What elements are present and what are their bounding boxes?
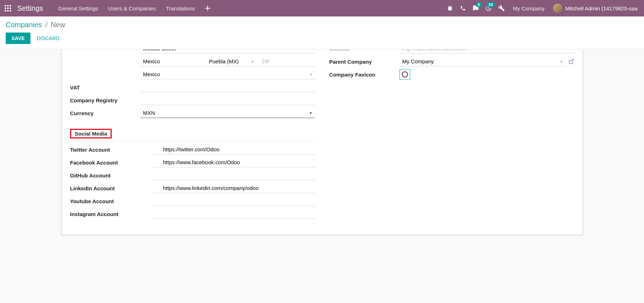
menu-new[interactable] bbox=[200, 0, 215, 16]
social-media-header-text: Social Media bbox=[70, 129, 112, 138]
svg-rect-6 bbox=[5, 10, 6, 11]
breadcrumb-current: New bbox=[51, 21, 65, 29]
city-input[interactable] bbox=[140, 57, 204, 67]
topbar: Settings General Settings Users & Compan… bbox=[0, 0, 644, 16]
activities-icon[interactable]: 29 bbox=[482, 0, 495, 16]
messages-icon[interactable]: 5 bbox=[469, 0, 482, 16]
registry-label: Company Registry bbox=[70, 97, 140, 103]
menu-users-companies[interactable]: Users & Companies bbox=[103, 0, 161, 16]
form-sheet: ▼ ▼ VAT bbox=[61, 49, 583, 235]
debug-icon[interactable] bbox=[444, 0, 456, 16]
avatar bbox=[553, 4, 562, 13]
svg-rect-8 bbox=[10, 10, 11, 11]
activities-badge: 29 bbox=[486, 2, 495, 7]
currency-input[interactable] bbox=[140, 108, 315, 118]
parent-company-label: Parent Company bbox=[329, 59, 400, 65]
breadcrumb: Companies / New bbox=[6, 21, 638, 29]
website-label: Website bbox=[329, 49, 400, 52]
favicon-upload[interactable] bbox=[400, 69, 410, 80]
vat-label: VAT bbox=[70, 84, 140, 91]
facebook-label: Facebook Account bbox=[70, 160, 151, 166]
control-panel: Companies / New SAVE DISCARD bbox=[0, 16, 644, 49]
right-column: Website Parent Company ▼ bbox=[329, 49, 574, 220]
street-input[interactable] bbox=[140, 49, 315, 54]
website-input[interactable] bbox=[400, 49, 574, 54]
svg-rect-7 bbox=[7, 10, 9, 11]
linkedin-label: LinkedIn Account bbox=[70, 185, 151, 191]
external-link-icon[interactable] bbox=[568, 59, 574, 64]
svg-line-9 bbox=[571, 59, 573, 62]
breadcrumb-parent[interactable]: Companies bbox=[6, 21, 42, 29]
svg-rect-4 bbox=[7, 8, 9, 9]
parent-company-input[interactable] bbox=[400, 57, 566, 67]
svg-rect-3 bbox=[5, 8, 6, 9]
instagram-label: Instagram Account bbox=[70, 211, 151, 217]
tools-icon[interactable] bbox=[495, 0, 508, 16]
vat-input[interactable] bbox=[140, 82, 315, 92]
left-column: ▼ ▼ VAT bbox=[70, 49, 315, 220]
breadcrumb-sep: / bbox=[45, 21, 48, 29]
discard-button[interactable]: DISCARD bbox=[33, 33, 64, 44]
apps-icon[interactable] bbox=[3, 3, 13, 13]
youtube-input[interactable] bbox=[151, 196, 315, 206]
app-brand[interactable]: Settings bbox=[17, 4, 43, 13]
youtube-label: Youtube Account bbox=[70, 198, 151, 204]
favicon-label: Company Favicon bbox=[329, 72, 400, 78]
svg-rect-2 bbox=[10, 5, 11, 6]
registry-input[interactable] bbox=[140, 95, 315, 105]
user-name: Mitchell Admin (14179825-saa bbox=[565, 5, 638, 11]
currency-label: Currency bbox=[70, 110, 140, 116]
menu-general-settings[interactable]: General Settings bbox=[53, 0, 103, 16]
github-input[interactable] bbox=[151, 170, 315, 180]
plus-icon bbox=[205, 6, 210, 11]
company-switcher[interactable]: My Company bbox=[508, 0, 549, 16]
menu-translations[interactable]: Translations bbox=[161, 0, 200, 16]
phone-icon[interactable] bbox=[456, 0, 469, 16]
twitter-input[interactable] bbox=[151, 145, 315, 155]
favicon-preview bbox=[402, 71, 408, 78]
messages-badge: 5 bbox=[476, 2, 482, 7]
svg-rect-0 bbox=[5, 5, 6, 6]
country-input[interactable] bbox=[140, 69, 315, 79]
github-label: GitHub Account bbox=[70, 172, 151, 179]
social-media-header: Social Media bbox=[70, 127, 315, 141]
instagram-input[interactable] bbox=[151, 209, 315, 219]
facebook-input[interactable] bbox=[151, 157, 315, 167]
state-input[interactable] bbox=[206, 57, 257, 67]
svg-rect-5 bbox=[10, 8, 11, 9]
user-menu[interactable]: Mitchell Admin (14179825-saa bbox=[549, 4, 641, 13]
zip-input[interactable] bbox=[259, 57, 315, 67]
linkedin-input[interactable] bbox=[151, 183, 315, 193]
svg-rect-1 bbox=[7, 5, 9, 6]
twitter-label: Twitter Account bbox=[70, 147, 151, 153]
save-button[interactable]: SAVE bbox=[6, 33, 30, 44]
